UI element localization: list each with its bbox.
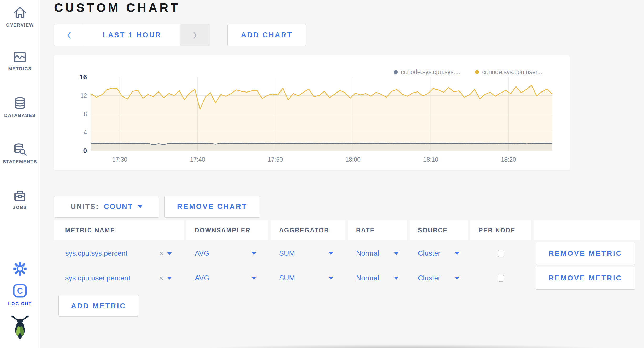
- chevron-right-icon: [193, 31, 197, 39]
- page-title: CUSTOM CHART: [54, 1, 180, 15]
- table-row-1-metric-cell: sys.cpu.sys.percent ×: [54, 242, 184, 265]
- source-value: Cluster: [418, 249, 441, 258]
- aggregator-value: SUM: [279, 274, 295, 282]
- col-header-per-node: PER NODE: [470, 220, 531, 240]
- downsampler-value: AVG: [195, 274, 209, 282]
- rate-dropdown[interactable]: Normal: [348, 242, 407, 265]
- svg-text:18:10: 18:10: [423, 156, 438, 163]
- rate-value: Normal: [356, 249, 379, 258]
- remove-chart-button[interactable]: REMOVE CHART: [164, 196, 260, 218]
- chevron-down-icon: [329, 277, 333, 280]
- svg-text:17:30: 17:30: [112, 156, 127, 163]
- sidebar-item-databases[interactable]: DATABASES: [0, 96, 40, 118]
- svg-text:17:40: 17:40: [190, 156, 205, 163]
- col-header-aggregator: AGGREGATOR: [271, 220, 345, 240]
- chevron-left-icon: [67, 31, 71, 39]
- clear-x-icon[interactable]: ×: [159, 274, 163, 283]
- legend-label: cr.node.sys.cpu.user...: [482, 69, 542, 76]
- bottom-scroll-shadow: [166, 344, 644, 348]
- remove-metric-button[interactable]: REMOVE METRIC: [536, 242, 635, 265]
- sidebar-logout[interactable]: C LOG OUT: [0, 282, 40, 306]
- metric-clear-control[interactable]: ×: [159, 274, 172, 283]
- time-range-prev-button[interactable]: [54, 24, 84, 46]
- col-header-actions: [534, 220, 640, 240]
- cockroach-logo[interactable]: [0, 315, 40, 340]
- sidebar-item-label: OVERVIEW: [0, 23, 40, 28]
- chevron-down-icon: [167, 252, 172, 255]
- downsampler-dropdown[interactable]: AVG: [186, 267, 268, 290]
- svg-text:17:50: 17:50: [268, 156, 283, 163]
- sidebar-item-label: DATABASES: [0, 113, 40, 118]
- aggregator-dropdown[interactable]: SUM: [271, 242, 345, 265]
- sidebar-item-metrics[interactable]: METRICS: [0, 50, 40, 71]
- aggregator-dropdown[interactable]: SUM: [271, 267, 345, 290]
- col-header-downsampler: DOWNSAMPLER: [186, 220, 268, 240]
- add-metric-button[interactable]: ADD METRIC: [58, 295, 139, 317]
- col-header-rate: RATE: [348, 220, 407, 240]
- gear-icon: [12, 261, 28, 277]
- metric-name-dropdown[interactable]: sys.cpu.sys.percent: [65, 249, 127, 258]
- chevron-down-icon: [455, 277, 459, 280]
- sidebar-item-overview[interactable]: OVERVIEW: [0, 5, 40, 28]
- col-header-metric-name: METRIC NAME: [54, 220, 184, 240]
- svg-text:0: 0: [83, 147, 87, 155]
- time-range-next-button[interactable]: [180, 24, 210, 46]
- svg-text:C: C: [17, 286, 23, 295]
- clear-x-icon[interactable]: ×: [159, 249, 163, 258]
- sidebar-item-label: STATEMENTS: [0, 159, 40, 165]
- logout-label: LOG OUT: [0, 301, 40, 306]
- chevron-down-icon: [329, 252, 333, 255]
- remove-metric-button[interactable]: REMOVE METRIC: [536, 267, 635, 290]
- per-node-checkbox[interactable]: [498, 275, 504, 282]
- line-chart-icon: [12, 50, 28, 64]
- col-header-source: SOURCE: [410, 220, 468, 240]
- downsampler-dropdown[interactable]: AVG: [186, 242, 268, 265]
- chevron-down-icon: [394, 277, 399, 280]
- legend-label: cr.node.sys.cpu.sys....: [401, 69, 460, 76]
- sidebar-item-jobs[interactable]: JOBS: [0, 189, 40, 210]
- time-range-selector: LAST 1 HOUR: [54, 24, 210, 46]
- source-dropdown[interactable]: Cluster: [410, 242, 468, 265]
- metric-name-dropdown[interactable]: sys.cpu.user.percent: [65, 274, 130, 282]
- metrics-table: METRIC NAME DOWNSAMPLER AGGREGATOR RATE …: [54, 220, 640, 290]
- svg-text:8: 8: [84, 111, 87, 117]
- sidebar-settings[interactable]: [0, 261, 40, 277]
- legend-item[interactable]: cr.node.sys.cpu.sys....: [394, 69, 460, 76]
- svg-text:4: 4: [84, 129, 87, 136]
- legend-item[interactable]: cr.node.sys.cpu.user...: [475, 69, 542, 76]
- svg-text:12: 12: [80, 92, 87, 99]
- chevron-down-icon: [138, 205, 142, 208]
- time-range-value[interactable]: LAST 1 HOUR: [84, 24, 180, 46]
- metric-clear-control[interactable]: ×: [159, 249, 172, 258]
- aggregator-value: SUM: [279, 249, 295, 258]
- actions-cell: REMOVE METRIC: [534, 267, 640, 290]
- rate-dropdown[interactable]: Normal: [348, 267, 407, 290]
- chevron-down-icon: [252, 252, 256, 255]
- table-row-2-metric-cell: sys.cpu.user.percent ×: [54, 267, 184, 290]
- chevron-down-icon: [167, 277, 172, 280]
- main-content: CUSTOM CHART LAST 1 HOUR ADD CHART cr.no…: [40, 0, 644, 348]
- chevron-down-icon: [394, 252, 399, 255]
- sidebar-item-statements[interactable]: STATEMENTS: [0, 142, 40, 165]
- legend-dot: [394, 70, 398, 74]
- chevron-down-icon: [252, 277, 256, 280]
- chart-card: cr.node.sys.cpu.sys.... cr.node.sys.cpu.…: [54, 55, 570, 170]
- source-value: Cluster: [418, 274, 441, 282]
- cockroach-c-icon: C: [12, 282, 28, 299]
- svg-text:16: 16: [79, 73, 87, 81]
- per-node-cell: [470, 267, 531, 290]
- chevron-down-icon: [455, 252, 459, 255]
- svg-text:18:20: 18:20: [501, 156, 516, 163]
- add-chart-button[interactable]: ADD CHART: [227, 24, 306, 46]
- per-node-cell: [470, 242, 531, 265]
- source-dropdown[interactable]: Cluster: [410, 267, 468, 290]
- database-search-icon: [12, 142, 28, 157]
- units-value: COUNT: [104, 203, 133, 211]
- units-label: UNITS:: [71, 203, 99, 211]
- cockroach-bug-icon: [10, 315, 30, 340]
- units-dropdown[interactable]: UNITS: COUNT: [54, 196, 159, 218]
- svg-text:18:00: 18:00: [345, 156, 361, 163]
- legend-dot: [475, 70, 479, 74]
- home-icon: [12, 5, 28, 21]
- per-node-checkbox[interactable]: [498, 250, 504, 257]
